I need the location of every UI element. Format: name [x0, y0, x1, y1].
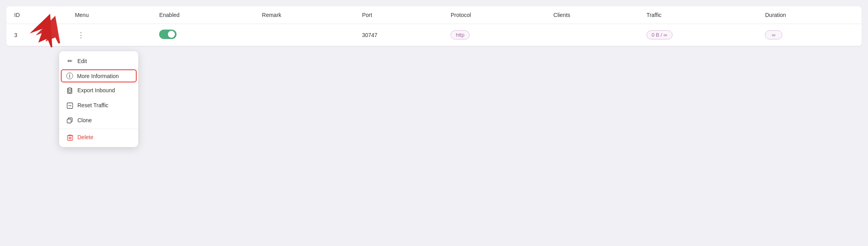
enabled-toggle[interactable] [159, 30, 177, 39]
menu-item-reset-label: Reset Traffic [77, 102, 108, 108]
svg-rect-15 [69, 135, 71, 136]
row-protocol: http [443, 24, 545, 46]
info-icon: i [66, 73, 73, 79]
col-id: ID [6, 6, 67, 24]
col-enabled: Enabled [151, 6, 254, 24]
col-duration: Duration [757, 6, 862, 24]
row-remark [254, 24, 354, 46]
col-clients: Clients [545, 6, 639, 24]
row-id: 3 [6, 24, 67, 46]
table-row: 3 ⋮ 30747 http 0 B / ∞ ∞ [6, 24, 862, 46]
menu-item-edit[interactable]: ✏ Edit [59, 54, 138, 69]
edit-icon: ✏ [66, 58, 73, 65]
col-traffic: Traffic [639, 6, 757, 24]
reset-icon [66, 102, 73, 109]
col-port: Port [354, 6, 443, 24]
row-clients [545, 24, 639, 46]
menu-item-more-info-label: More Information [77, 73, 119, 79]
row-duration: ∞ [757, 24, 862, 46]
menu-item-export-label: Export Inbound [77, 87, 115, 93]
menu-item-clone-label: Clone [77, 117, 92, 123]
protocol-badge: http [451, 30, 470, 39]
context-menu: ✏ Edit i More Information Export Inbound… [59, 51, 138, 147]
menu-item-reset-traffic[interactable]: Reset Traffic [59, 98, 138, 113]
row-menu-button[interactable]: ⋮ [75, 30, 87, 40]
row-menu-cell: ⋮ [67, 24, 152, 46]
menu-item-export-inbound[interactable]: Export Inbound [59, 83, 138, 98]
export-icon [66, 87, 73, 94]
menu-item-more-information[interactable]: i More Information [59, 69, 138, 83]
traffic-badge: 0 B / ∞ [646, 30, 673, 39]
row-traffic: 0 B / ∞ [639, 24, 757, 46]
svg-rect-3 [68, 88, 71, 92]
svg-rect-9 [67, 119, 71, 123]
menu-item-clone[interactable]: Clone [59, 113, 138, 128]
col-menu: Menu [67, 6, 152, 24]
menu-item-delete-label: Delete [77, 134, 93, 140]
col-remark: Remark [254, 6, 354, 24]
inbound-table: ID Menu Enabled Remark Port Protocol Cli… [6, 6, 862, 46]
clone-icon [66, 117, 73, 124]
menu-divider [59, 129, 138, 129]
row-enabled-cell [151, 24, 254, 46]
col-protocol: Protocol [443, 6, 545, 24]
menu-item-edit-label: Edit [77, 58, 87, 64]
menu-item-delete[interactable]: Delete [59, 130, 138, 145]
duration-badge: ∞ [765, 30, 782, 39]
row-port: 30747 [354, 24, 443, 46]
delete-icon [66, 134, 73, 141]
